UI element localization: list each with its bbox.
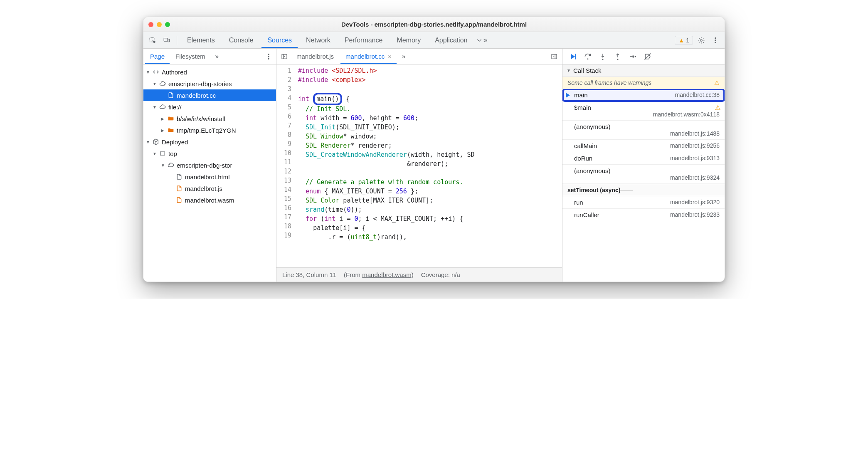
line-gutter: 12345678910111213141516171819 — [276, 64, 295, 267]
code-editor[interactable]: 12345678910111213141516171819 #include <… — [276, 64, 562, 267]
stack-frame-callmain[interactable]: callMainmandelbrot.js:9256 — [562, 140, 725, 152]
svg-rect-10 — [160, 152, 165, 155]
editor-statusbar: Line 38, Column 11 (From mandelbrot.wasm… — [276, 267, 562, 282]
window-titlebar: DevTools - emscripten-dbg-stories.netlif… — [143, 17, 725, 32]
cloud-icon — [168, 162, 174, 168]
call-stack-header[interactable]: ▼Call Stack — [562, 64, 725, 77]
debugger-panel: ▼Call Stack Some call frames have warnin… — [562, 49, 725, 282]
more-filetabs-icon[interactable]: » — [398, 51, 409, 62]
tab-sources[interactable]: Sources — [261, 32, 298, 48]
svg-point-7 — [268, 54, 269, 54]
toggle-nav-icon[interactable] — [279, 51, 290, 62]
file-icon — [176, 197, 182, 203]
svg-point-5 — [715, 40, 716, 40]
nav-tab-filesystem[interactable]: Filesystem — [170, 49, 210, 64]
main-toolbar: Elements Console Sources Network Perform… — [143, 32, 725, 49]
divider — [177, 36, 177, 45]
stack-frame-anon-2[interactable]: (anonymous) mandelbrot.js:9324 — [562, 165, 725, 184]
close-tab-icon[interactable]: × — [388, 53, 392, 60]
nav-tab-page[interactable]: Page — [145, 49, 170, 64]
svg-point-17 — [602, 59, 604, 60]
stack-frame-wasm-main[interactable]: $main mandelbrot.wasm:0x4118 — [562, 101, 725, 121]
wasm-link[interactable]: mandelbrot.wasm — [362, 271, 411, 278]
cursor-position: Line 38, Column 11 — [282, 271, 336, 278]
folder-icon — [168, 127, 174, 134]
tree-file-wasm[interactable]: mandelbrot.wasm — [143, 194, 276, 206]
step-into-icon[interactable] — [598, 52, 607, 61]
tree-file-html[interactable]: mandelbrot.html — [143, 171, 276, 183]
svg-rect-2 — [168, 39, 170, 42]
settings-icon[interactable] — [695, 35, 707, 46]
svg-point-4 — [715, 37, 716, 38]
toggle-debug-icon[interactable] — [549, 51, 560, 62]
device-toolbar-icon[interactable] — [161, 35, 173, 46]
navigator-tabs: Page Filesystem » — [143, 49, 276, 64]
devtools-window: DevTools - emscripten-dbg-stories.netlif… — [143, 17, 725, 282]
tab-elements[interactable]: Elements — [181, 32, 221, 48]
step-out-icon[interactable] — [613, 52, 622, 61]
tab-performance[interactable]: Performance — [339, 32, 389, 48]
tab-memory[interactable]: Memory — [391, 32, 427, 48]
sources-content: Page Filesystem » ▼Authored ▼emscripten-… — [143, 49, 725, 282]
cloud-icon — [159, 80, 166, 87]
svg-point-6 — [715, 42, 716, 43]
code-text: #include <SDL2/SDL.h> #include <complex>… — [295, 64, 562, 267]
frame-icon — [159, 150, 166, 157]
warnings-badge[interactable]: ▲ 1 — [675, 36, 693, 45]
file-icon — [176, 185, 182, 192]
nav-more-tabs-icon[interactable]: » — [211, 51, 223, 62]
tree-file-scheme[interactable]: ▼file:// — [143, 101, 276, 113]
stack-frame-main[interactable]: mainmandelbrot.cc:38 — [562, 89, 725, 101]
highlight-main: main() — [313, 93, 342, 105]
svg-point-3 — [700, 39, 703, 41]
warning-icon: ⚠ — [714, 79, 720, 86]
step-icon[interactable] — [628, 52, 637, 61]
call-stack-warning: Some call frames have warnings⚠ — [562, 77, 725, 89]
call-stack-list: mainmandelbrot.cc:38 $main mandelbrot.wa… — [562, 89, 725, 282]
tree-folder-2[interactable]: ▶tmp/tmp.ELcTq2YGN — [143, 124, 276, 136]
file-icon — [176, 173, 182, 180]
window-title: DevTools - emscripten-dbg-stories.netlif… — [143, 21, 725, 28]
stack-frame-runcaller[interactable]: runCallermandelbrot.js:9233 — [562, 209, 725, 221]
svg-rect-15 — [575, 54, 576, 59]
filetab-mandelbrot-cc[interactable]: mandelbrot.cc× — [340, 49, 397, 64]
deactivate-breakpoints-icon[interactable] — [643, 52, 652, 61]
tree-deployed[interactable]: ▼Deployed — [143, 136, 276, 148]
more-tabs-icon[interactable]: » — [476, 35, 487, 46]
tab-console[interactable]: Console — [223, 32, 259, 48]
tree-top[interactable]: ▼top — [143, 148, 276, 159]
tree-authored[interactable]: ▼Authored — [143, 66, 276, 78]
navigator-panel: Page Filesystem » ▼Authored ▼emscripten-… — [143, 49, 276, 282]
svg-point-9 — [268, 58, 269, 59]
file-icon — [168, 92, 174, 99]
inspect-element-icon[interactable] — [147, 35, 158, 46]
svg-point-16 — [587, 58, 589, 59]
editor-tabstrip: mandelbrot.js mandelbrot.cc× » — [276, 49, 562, 64]
stack-frame-run[interactable]: runmandelbrot.js:9320 — [562, 196, 725, 209]
svg-rect-1 — [164, 38, 168, 41]
stack-frame-anon-1[interactable]: (anonymous) mandelbrot.js:1488 — [562, 121, 725, 140]
tree-folder-1[interactable]: ▶b/s/w/ir/x/w/install — [143, 113, 276, 124]
tab-application[interactable]: Application — [429, 32, 473, 48]
async-boundary: setTimeout (async) — [562, 184, 725, 196]
warning-icon: ▲ — [678, 37, 684, 44]
tree-origin-2[interactable]: ▼emscripten-dbg-stor — [143, 159, 276, 171]
warning-count: 1 — [686, 37, 689, 44]
stack-frame-dorun[interactable]: doRunmandelbrot.js:9313 — [562, 152, 725, 165]
cube-icon — [153, 139, 159, 145]
resume-icon[interactable] — [568, 52, 577, 61]
kebab-menu-icon[interactable] — [710, 35, 721, 46]
debug-toolbar — [562, 49, 725, 64]
tree-origin-1[interactable]: ▼emscripten-dbg-stories — [143, 78, 276, 89]
tree-file-mandelbrot-cc[interactable]: mandelbrot.cc — [143, 89, 276, 101]
coverage-status: Coverage: n/a — [421, 271, 460, 278]
tab-network[interactable]: Network — [300, 32, 336, 48]
nav-kebab-icon[interactable] — [263, 51, 274, 62]
folder-icon — [168, 115, 174, 122]
svg-point-19 — [635, 56, 636, 57]
code-icon — [153, 69, 159, 75]
tree-file-js[interactable]: mandelbrot.js — [143, 183, 276, 194]
source-origin: (From mandelbrot.wasm) — [344, 271, 414, 278]
filetab-mandelbrot-js[interactable]: mandelbrot.js — [291, 49, 339, 64]
step-over-icon[interactable] — [583, 52, 592, 61]
